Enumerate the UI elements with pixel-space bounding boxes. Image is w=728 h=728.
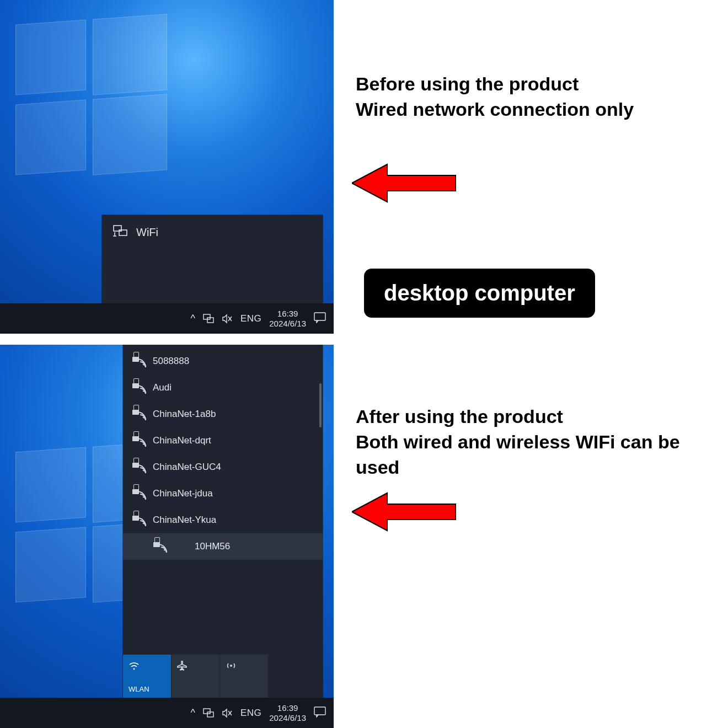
wlan-tile-label: WLAN [129,685,165,693]
wifi-ssid: 10HM56 [195,541,230,552]
wifi-ssid: ChinaNet-Ykua [153,515,216,526]
wifi-secured-icon [132,435,146,447]
wifi-ssid: ChinaNet-1a8b [153,409,216,420]
wifi-flyout: 5088888AudiChinaNet-1a8bChinaNet-dqrtChi… [123,345,323,698]
svg-rect-11 [204,709,210,714]
wifi-secured-icon [132,408,146,420]
caption-after: After using the productBoth wired and wi… [356,404,728,480]
volume-muted-icon[interactable] [222,708,233,718]
svg-rect-15 [314,707,325,715]
network-flyout-title: WiFi [136,226,158,239]
wifi-secured-icon [132,461,146,473]
windows-logo-icon [15,22,167,174]
device-label-pill: desktop computer [364,269,595,318]
wifi-secured-icon [132,514,146,526]
svg-rect-8 [314,313,325,320]
svg-point-10 [230,665,232,667]
language-indicator[interactable]: ENG [240,313,261,324]
wifi-network-item[interactable]: 10HM56 [123,533,323,560]
svg-point-9 [133,668,135,670]
hotspot-tile[interactable] [220,655,269,698]
taskbar-clock[interactable]: 16:39 2024/6/13 [269,703,306,722]
airplane-mode-tile[interactable] [172,655,220,698]
language-indicator[interactable]: ENG [240,708,261,719]
wifi-network-item[interactable]: 5088888 [123,348,323,374]
wifi-network-list[interactable]: 5088888AudiChinaNet-1a8bChinaNet-dqrtChi… [123,345,323,627]
wifi-secured-icon [132,382,146,394]
wifi-icon [129,660,165,671]
taskbar-date: 2024/6/13 [269,713,306,722]
hotspot-icon [226,660,263,671]
action-center-icon[interactable] [314,312,326,325]
arrow-left-icon [352,161,457,205]
wifi-ssid: 5088888 [153,356,189,367]
svg-marker-17 [352,493,456,531]
taskbar-clock[interactable]: 16:39 2024/6/13 [269,309,306,328]
airplane-icon [177,660,214,671]
taskbar-time: 16:39 [269,309,306,318]
tray-overflow-chevron-icon[interactable]: ^ [190,313,195,324]
arrow-left-icon [352,490,457,534]
wifi-network-item[interactable]: ChinaNet-GUC4 [123,454,323,480]
wifi-network-item[interactable]: Audi [123,374,323,401]
caption-before: Before using the productWired network co… [356,72,634,122]
ethernet-icon [113,225,129,240]
wifi-network-item[interactable]: ChinaNet-1a8b [123,401,323,427]
svg-marker-16 [352,164,456,202]
volume-muted-icon[interactable] [222,314,233,324]
network-tray-icon[interactable] [203,708,214,718]
screenshot-before: WiFi ^ ENG 16:39 2024/6/13 [0,0,334,334]
wlan-tile[interactable]: WLAN [123,655,172,698]
wifi-ssid: ChinaNet-jdua [153,488,213,499]
taskbar-date: 2024/6/13 [269,319,306,328]
screenshot-after: 5088888AudiChinaNet-1a8bChinaNet-dqrtChi… [0,345,334,728]
wifi-ssid: Audi [153,382,172,393]
network-tray-icon[interactable] [203,314,214,324]
wifi-secured-icon [132,355,146,367]
wifi-ssid: ChinaNet-dqrt [153,435,211,446]
wifi-network-item[interactable]: ChinaNet-jdua [123,480,323,507]
wifi-network-item[interactable]: ChinaNet-Ykua [123,507,323,533]
taskbar-time: 16:39 [269,703,306,713]
taskbar: ^ ENG 16:39 2024/6/13 [0,698,334,728]
tray-overflow-chevron-icon[interactable]: ^ [190,707,195,719]
wifi-ssid: ChinaNet-GUC4 [153,462,221,473]
action-center-icon[interactable] [314,706,326,720]
network-flyout: WiFi [102,215,323,303]
svg-rect-4 [204,314,210,319]
wifi-secured-icon [132,488,146,500]
wifi-secured-icon [153,540,167,553]
quick-action-tiles: WLAN [123,655,269,698]
taskbar: ^ ENG 16:39 2024/6/13 [0,303,334,334]
wifi-network-item[interactable]: ChinaNet-dqrt [123,427,323,454]
